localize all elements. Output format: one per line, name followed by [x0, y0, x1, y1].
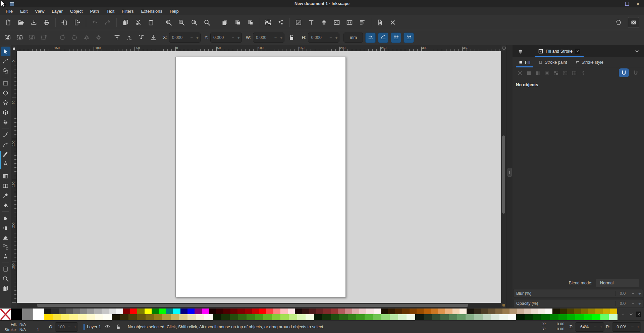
- deselect-button[interactable]: [26, 32, 38, 43]
- palette-swatch[interactable]: [373, 314, 381, 320]
- maximize-button[interactable]: [625, 2, 629, 6]
- rotation-decrement[interactable]: −: [630, 324, 635, 329]
- vertical-ruler[interactable]: 050100150200250: [11, 51, 17, 303]
- palette-swatch[interactable]: [237, 309, 245, 315]
- palette-swatch[interactable]: [216, 309, 223, 315]
- palette-swatch[interactable]: [508, 314, 516, 320]
- palette-swatch[interactable]: [137, 309, 144, 315]
- palette-swatch[interactable]: [609, 314, 617, 320]
- raise-button[interactable]: [123, 32, 135, 43]
- palette-swatch[interactable]: [44, 309, 51, 315]
- h-increment[interactable]: +: [333, 35, 339, 40]
- unlink-clone-button[interactable]: [244, 16, 257, 29]
- palette-swatch[interactable]: [374, 309, 381, 315]
- tool-selector[interactable]: [1, 47, 10, 56]
- duplicate-button[interactable]: [218, 16, 231, 29]
- tool-measure[interactable]: [1, 252, 10, 262]
- palette-swatch[interactable]: [187, 314, 196, 320]
- no-paint-button[interactable]: [515, 69, 524, 77]
- mesh-paint-button[interactable]: [570, 69, 579, 77]
- layer-selector[interactable]: Layer 1: [84, 324, 101, 330]
- palette-swatch[interactable]: [365, 314, 373, 320]
- w-increment[interactable]: +: [278, 35, 284, 40]
- palette-swatch[interactable]: [452, 309, 460, 315]
- palette-swatch[interactable]: [61, 314, 69, 320]
- tool-calligraphy[interactable]: [1, 149, 10, 159]
- palette-swatch[interactable]: [574, 309, 581, 315]
- palette-swatch[interactable]: [11, 309, 22, 320]
- rotation-value[interactable]: 0.00°: [612, 325, 630, 329]
- lock-guides-toggle[interactable]: [11, 45, 17, 51]
- palette-swatch[interactable]: [533, 314, 541, 320]
- palette-swatch[interactable]: [213, 314, 221, 320]
- menu-edit[interactable]: Edit: [16, 8, 31, 15]
- y-value[interactable]: 0.000: [211, 35, 230, 40]
- tool-pages[interactable]: [1, 284, 10, 293]
- palette-swatch[interactable]: [33, 309, 44, 320]
- menu-file[interactable]: File: [2, 8, 16, 15]
- w-value[interactable]: 0.000: [253, 35, 273, 40]
- palette-swatch[interactable]: [59, 309, 66, 315]
- menu-help[interactable]: Help: [166, 8, 182, 15]
- ungroup-objects-button[interactable]: [274, 16, 287, 29]
- blur-decrement[interactable]: −: [630, 291, 636, 296]
- tab-stroke-paint[interactable]: Stroke paint: [535, 57, 571, 67]
- palette-swatch[interactable]: [322, 314, 331, 320]
- palette-swatch[interactable]: [331, 314, 339, 320]
- menu-view[interactable]: View: [31, 8, 48, 15]
- palette-swatch[interactable]: [588, 309, 595, 315]
- palette-swatch[interactable]: [109, 309, 116, 315]
- radial-gradient-button[interactable]: [542, 69, 551, 77]
- palette-swatch[interactable]: [255, 314, 263, 320]
- tool-star[interactable]: [1, 98, 10, 108]
- edit-undo-button[interactable]: [89, 16, 101, 29]
- palette-swatch[interactable]: [309, 309, 316, 315]
- tool-box-3d[interactable]: [1, 108, 10, 117]
- blur-value[interactable]: 0.0: [615, 291, 630, 296]
- zoom-increment[interactable]: +: [598, 324, 604, 329]
- palette-swatch[interactable]: [230, 309, 237, 315]
- palette-swatch[interactable]: [223, 309, 230, 315]
- palette-swatch[interactable]: [245, 309, 252, 315]
- zoom-selection-button[interactable]: [162, 16, 175, 29]
- move-gradients-toggle[interactable]: [391, 33, 401, 43]
- palette-swatch[interactable]: [166, 309, 173, 315]
- palette-swatch[interactable]: [584, 314, 592, 320]
- unknown-paint-button[interactable]: [579, 69, 588, 77]
- blend-mode-select[interactable]: Normal: [596, 279, 639, 287]
- document-new-button[interactable]: [2, 16, 15, 29]
- tool-spiral[interactable]: [1, 117, 10, 127]
- layers-dialog-button[interactable]: [318, 16, 330, 29]
- palette-swatch[interactable]: [289, 314, 297, 320]
- zoom-value[interactable]: 64%: [575, 325, 593, 329]
- palette-swatch[interactable]: [53, 314, 61, 320]
- palette-swatch[interactable]: [130, 309, 137, 315]
- tab-close-button[interactable]: [575, 49, 580, 54]
- palette-config-button[interactable]: [636, 312, 641, 317]
- rotate-cw-button[interactable]: [69, 32, 80, 43]
- w-decrement[interactable]: −: [273, 35, 278, 40]
- y-spinbox[interactable]: 0.000 − +: [210, 33, 242, 43]
- palette-swatch[interactable]: [323, 309, 330, 315]
- flip-vertical-button[interactable]: [93, 32, 104, 43]
- preferences-button[interactable]: [386, 16, 399, 29]
- tab-fill[interactable]: Fill: [515, 57, 534, 67]
- palette-swatch[interactable]: [395, 309, 402, 315]
- palette-swatch[interactable]: [280, 309, 287, 315]
- document-properties-button[interactable]: [374, 16, 386, 29]
- select-all-layers-button[interactable]: [14, 32, 25, 43]
- palette-swatch[interactable]: [230, 314, 238, 320]
- palette-swatch[interactable]: [467, 309, 474, 315]
- snap-controller-button[interactable]: [612, 16, 625, 29]
- palette-swatch[interactable]: [359, 309, 366, 315]
- menu-filters[interactable]: Filters: [118, 8, 137, 15]
- palette-swatch[interactable]: [154, 314, 162, 320]
- palette-swatch[interactable]: [128, 314, 137, 320]
- dock-splitter[interactable]: [506, 45, 513, 308]
- palette-swatch[interactable]: [295, 309, 302, 315]
- palette-swatch[interactable]: [432, 314, 440, 320]
- zoom-page-button[interactable]: [188, 16, 201, 29]
- palette-swatch[interactable]: [592, 314, 600, 320]
- unit-select[interactable]: mm: [343, 33, 363, 43]
- palette-swatch[interactable]: [600, 314, 609, 320]
